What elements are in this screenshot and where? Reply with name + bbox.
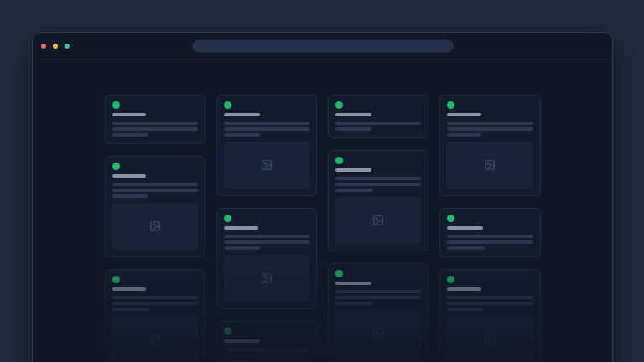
author-name-skeleton [335,168,371,172]
text-line-skeleton [447,127,532,131]
text-line-skeleton [112,308,150,311]
image-icon [372,215,384,226]
text-line-skeleton [447,133,481,137]
text-line-skeleton [335,177,421,180]
status-dot-icon [447,101,454,109]
feed-column-2 [216,95,317,362]
feed-column-3 [328,95,428,362]
text-line-skeleton [112,133,148,137]
post-card[interactable] [328,150,428,251]
image-placeholder [447,142,532,189]
image-icon [261,272,273,284]
image-placeholder [447,316,532,362]
status-dot-icon [335,157,343,164]
text-line-skeleton [447,235,532,238]
status-dot-icon [335,270,343,277]
text-line-skeleton [112,194,148,198]
image-icon [149,220,161,232]
text-line-skeleton [112,302,198,305]
desktop-background [0,0,644,362]
address-bar[interactable] [192,39,454,52]
image-placeholder [335,310,421,357]
author-name-skeleton [224,113,260,116]
author-name-skeleton [447,113,481,116]
text-line-skeleton [335,290,421,293]
post-card[interactable] [328,95,428,138]
image-icon [372,328,384,339]
status-dot-icon [112,276,120,283]
author-name-skeleton [335,113,371,116]
author-name-skeleton [112,113,147,116]
status-dot-icon [224,328,231,335]
close-button[interactable] [41,44,46,49]
text-line-skeleton [224,127,309,131]
feed-grid [105,95,541,362]
post-card[interactable] [216,321,317,362]
author-name-skeleton [112,174,147,178]
text-line-skeleton [447,240,532,244]
text-line-skeleton [335,302,373,305]
author-name-skeleton [224,226,258,230]
text-line-skeleton [447,296,532,299]
text-line-skeleton [112,183,198,186]
text-line-skeleton [112,296,198,299]
image-placeholder [224,255,309,302]
window-title-bar [33,33,612,59]
status-dot-icon [447,276,454,283]
fullscreen-button[interactable] [65,44,70,49]
status-dot-icon [335,101,343,109]
image-placeholder [112,203,198,250]
author-name-skeleton [447,226,483,230]
post-card[interactable] [105,156,205,257]
text-line-skeleton [112,189,198,192]
text-line-skeleton [224,133,260,137]
image-placeholder [224,142,309,189]
text-line-skeleton [447,302,532,305]
author-name-skeleton [447,287,481,291]
image-icon [484,159,496,171]
text-line-skeleton [335,189,373,192]
text-line-skeleton [447,308,483,311]
text-line-skeleton [112,122,198,125]
minimize-button[interactable] [53,44,58,49]
text-line-skeleton [224,354,309,357]
author-name-skeleton [112,287,147,291]
text-line-skeleton [335,183,421,186]
feed-column-4 [439,95,540,362]
post-card[interactable] [105,95,205,144]
post-card[interactable] [105,269,205,362]
text-line-skeleton [224,246,260,250]
text-line-skeleton [335,122,421,125]
post-card[interactable] [216,95,317,196]
status-dot-icon [112,101,120,109]
post-card[interactable] [328,263,428,362]
text-line-skeleton [335,127,371,131]
text-line-skeleton [224,240,309,244]
image-icon [149,334,161,345]
status-dot-icon [112,163,120,170]
text-line-skeleton [112,127,198,131]
post-card[interactable] [216,208,317,309]
status-dot-icon [224,101,231,109]
post-card[interactable] [439,208,540,257]
traffic-lights [41,44,70,49]
post-card[interactable] [439,269,540,362]
image-placeholder [335,197,421,244]
text-line-skeleton [447,246,485,250]
image-icon [261,159,273,171]
author-name-skeleton [335,282,371,285]
text-line-skeleton [224,235,309,238]
image-icon [484,334,496,345]
image-placeholder [112,316,198,362]
browser-window [32,32,613,362]
feed-column-1 [105,95,205,362]
text-line-skeleton [224,348,309,351]
text-line-skeleton [224,122,309,125]
text-line-skeleton [447,122,532,125]
window-content [33,59,612,362]
status-dot-icon [447,215,454,222]
post-card[interactable] [439,95,540,196]
text-line-skeleton [335,296,421,299]
status-dot-icon [224,215,231,222]
author-name-skeleton [224,339,260,343]
